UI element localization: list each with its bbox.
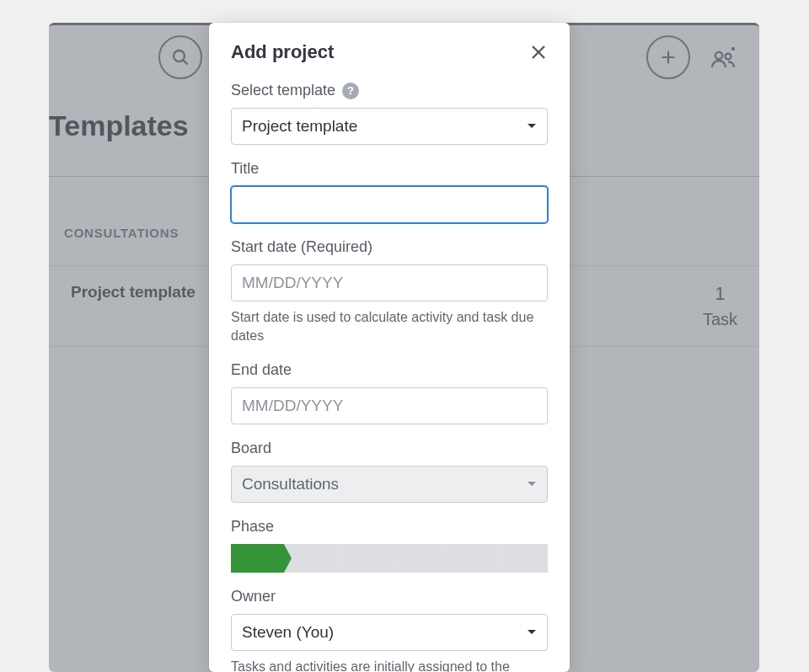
title-group: Title	[231, 160, 548, 223]
phase-label: Phase	[231, 518, 548, 536]
start-date-input[interactable]	[242, 265, 537, 301]
add-button[interactable]	[646, 35, 690, 79]
svg-point-4	[715, 52, 722, 59]
board-label: Board	[231, 440, 548, 457]
board-dropdown[interactable]: Consultations	[231, 466, 548, 503]
board-value: Consultations	[242, 475, 339, 493]
dialog-close-button[interactable]	[529, 43, 548, 61]
title-input[interactable]	[242, 187, 537, 222]
phase-segment-5[interactable]	[442, 544, 496, 573]
owner-helper: Tasks and activities are initially assig…	[231, 658, 548, 672]
add-project-dialog: Add project Select template ? Project te…	[209, 23, 570, 672]
chevron-down-icon	[527, 481, 537, 488]
select-template-group: Select template ? Project template	[231, 82, 548, 145]
svg-point-0	[174, 51, 185, 61]
select-template-value: Project template	[242, 117, 357, 136]
start-date-label: Start date (Required)	[231, 238, 548, 256]
dialog-body: Select template ? Project template Title…	[209, 73, 570, 672]
task-count-block: 1 Task	[703, 283, 737, 329]
title-label: Title	[231, 160, 548, 178]
task-count-label: Task	[703, 310, 737, 328]
svg-line-1	[183, 60, 187, 64]
task-count-number: 1	[703, 283, 737, 305]
start-date-input-wrapper	[231, 264, 548, 301]
phase-segment-1[interactable]	[231, 544, 284, 573]
end-date-input-wrapper	[231, 387, 548, 424]
end-date-group: End date	[231, 361, 548, 424]
dialog-header: Add project	[209, 23, 570, 73]
plus-icon	[659, 48, 678, 67]
select-template-label: Select template ?	[231, 82, 548, 99]
title-input-wrapper	[231, 186, 548, 223]
help-icon[interactable]: ?	[342, 83, 359, 99]
phase-segment-3[interactable]	[336, 544, 389, 573]
template-row-name: Project template	[71, 283, 196, 301]
chevron-down-icon	[527, 629, 537, 636]
owner-value: Steven (You)	[242, 623, 334, 642]
invite-people-button[interactable]	[710, 45, 737, 69]
owner-label: Owner	[231, 588, 548, 605]
phase-segment-6[interactable]	[495, 544, 548, 573]
phase-selector[interactable]	[231, 544, 548, 573]
start-date-group: Start date (Required) Start date is used…	[231, 238, 548, 346]
close-icon	[531, 45, 546, 60]
phase-group: Phase	[231, 518, 548, 573]
start-date-helper: Start date is used to calculate activity…	[231, 308, 548, 346]
search-button[interactable]	[158, 35, 202, 79]
select-template-dropdown[interactable]: Project template	[231, 108, 548, 145]
owner-dropdown[interactable]: Steven (You)	[231, 614, 548, 651]
owner-group: Owner Steven (You) Tasks and activities …	[231, 588, 548, 672]
search-icon	[170, 47, 190, 67]
chevron-down-icon	[527, 123, 537, 130]
board-group: Board Consultations	[231, 440, 548, 503]
phase-segment-2[interactable]	[284, 544, 337, 573]
end-date-input[interactable]	[242, 388, 537, 424]
people-plus-icon	[710, 45, 737, 69]
phase-segment-4[interactable]	[389, 544, 442, 573]
dialog-title: Add project	[231, 41, 334, 63]
end-date-label: End date	[231, 361, 548, 379]
svg-point-5	[726, 54, 731, 60]
